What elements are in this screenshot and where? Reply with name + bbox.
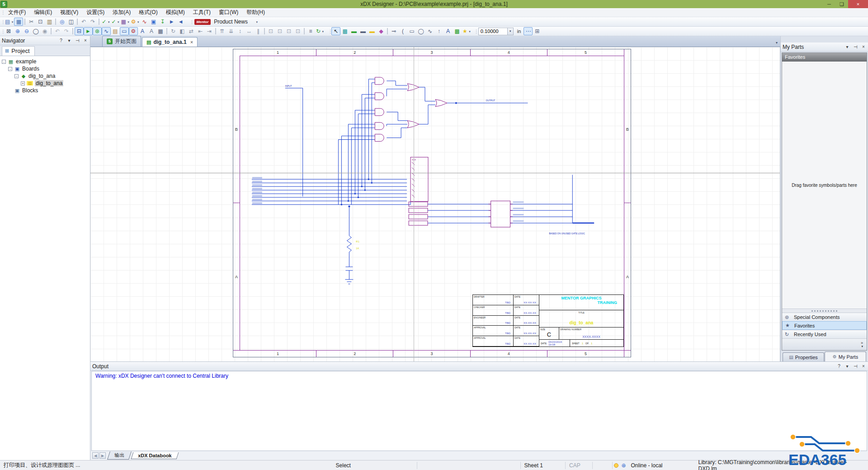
tab-close-icon[interactable]: × [190,39,193,45]
add-pin-icon[interactable]: ⊸ [389,27,398,35]
nudge-left-icon[interactable]: ⇤ [196,27,205,35]
pin-icon[interactable]: ⊤ [75,38,80,43]
paste-icon[interactable]: ▥ [45,18,54,26]
draw-ellipse-icon[interactable]: ◯ [416,27,425,35]
design-check-icon[interactable]: ✓ [101,18,110,26]
design-tools-icon[interactable]: ⚙ [130,18,140,26]
tree-item[interactable]: - ◆ dig_to_ana [0,72,90,80]
fit-view-icon[interactable]: ⊠ [4,27,13,35]
tab-xdx-databook[interactable]: xDX Databook [131,452,179,459]
special-symbol-icon[interactable]: ◆ [377,27,386,35]
import-icon[interactable]: ↧ [158,18,167,26]
chevron-down-icon[interactable]: ▾ [844,44,850,49]
help-icon[interactable]: ? [836,364,842,369]
menu-item[interactable]: 工具(T) [189,8,215,17]
tab-my-parts[interactable]: ⚙ My Parts [825,351,866,361]
tree-item[interactable]: - ▦ example [0,58,90,65]
browser-icon[interactable]: ⊛ [93,27,102,35]
zoom-window-icon[interactable]: ◯ [31,27,40,35]
chevron-down-icon[interactable]: ▾ [844,364,850,369]
redo-icon[interactable]: ↷ [88,18,97,26]
display-options-icon[interactable]: ⋯ [524,27,533,35]
align-top-icon[interactable]: ⇈ [217,27,226,35]
document-tab[interactable]: 5 开始页面 [102,36,141,47]
scroll-tabs-left-icon[interactable]: ◀ [92,452,99,459]
chevron-down-icon[interactable]: ▾ [66,38,72,43]
grid-settings-icon[interactable]: ⊞ [533,27,542,35]
tree-item[interactable]: ▣ Blocks [0,87,90,94]
output-log[interactable]: Warning: xDX Designer can't connect to C… [91,371,867,451]
product-news-dropdown[interactable] [250,18,259,26]
window-paste-icon[interactable]: ⊡ [275,27,284,35]
toolbox-icon[interactable]: ⚙ [129,27,138,35]
draw-rectangle-icon[interactable]: ▭ [407,27,416,35]
close-icon[interactable]: × [861,364,866,369]
document-tab[interactable]: ▤ dig_to_ana.1 × [142,37,198,47]
favorites-item[interactable]: ★ Favorites [782,321,867,330]
menu-item[interactable]: 添加(A) [108,8,135,17]
distribute-icon[interactable]: ↔ [245,27,254,35]
menu-item[interactable]: 编辑(E) [30,8,56,17]
close-icon[interactable]: × [861,44,866,49]
menu-item[interactable]: 视图(V) [56,8,82,17]
undo-icon[interactable]: ↶ [79,18,88,26]
draw-net-icon[interactable]: ▬ [349,27,359,35]
toolbar-grip[interactable]: ⋮ [190,19,193,24]
grid-spacing-combo[interactable]: ▾ [478,28,514,35]
tab-output-cn[interactable]: 输出 [107,451,132,460]
cascade-icon[interactable]: ⊡ [284,27,293,35]
align-bottom-icon[interactable]: ⇊ [226,27,236,35]
tab-properties[interactable]: ▤ Properties [783,352,824,361]
tree-expander[interactable]: - [14,74,19,78]
tree-expander[interactable]: - [2,60,6,64]
tile-icon[interactable]: ⊡ [293,27,302,35]
recently-used-item[interactable]: ↻ Recently Used [782,330,867,338]
favorites-drop-area[interactable]: Drag favorite symbols/parts here [782,62,867,309]
open-document-icon[interactable]: ▦ [14,18,23,26]
zoom-in-icon[interactable]: ⊕ [13,27,22,35]
find-binoculars-icon[interactable]: ◫ [66,18,75,26]
tree-item[interactable]: + ▤ dig_to_ana [0,80,90,87]
zoom-out-icon[interactable]: ⊖ [22,27,31,35]
draw-curve-icon[interactable]: ∿ [425,27,434,35]
rotate-icon[interactable]: ↻ [169,27,178,35]
nudge-right-icon[interactable]: ⇥ [205,27,214,35]
annotation-check-icon[interactable]: A [138,27,147,35]
new-document-icon[interactable]: ▤ [4,18,14,26]
menu-item[interactable]: 帮助(H) [242,8,269,17]
image-tool-icon[interactable]: ▩ [453,27,462,35]
simulate-signal-icon[interactable]: ∿ [140,18,149,26]
toolbar-grip[interactable]: ⋮ [474,29,477,34]
panel-splitter[interactable] [782,309,867,313]
search-icon[interactable]: ◎ [57,18,66,26]
send-back-icon[interactable]: ◄ [176,18,185,26]
help-icon[interactable]: ? [58,38,64,43]
menu-item[interactable]: 模拟(M) [162,8,189,17]
tree-expander[interactable]: + [21,81,25,85]
tab-project[interactable]: ⊞ Project [2,46,35,56]
more-sections-button[interactable]: » ▾ [782,338,867,350]
close-button[interactable]: × [848,0,868,8]
cut-icon[interactable]: ✂ [27,18,36,26]
tree-item[interactable]: - ▣ Boards [0,65,90,72]
rename-reference-icon[interactable]: ≡ [306,27,315,35]
vertex-icon[interactable]: ↑ [434,27,443,35]
menu-item[interactable]: 格式(O) [135,8,161,17]
start-page-icon[interactable]: ► [84,27,93,35]
product-news-button[interactable]: Product News [212,19,250,25]
generate-symbol-icon[interactable]: ★ [462,27,472,35]
pin-icon[interactable]: ⊤ [853,364,858,369]
close-icon[interactable]: × [83,38,88,43]
sync-icon[interactable]: ↻ [315,27,325,35]
toolbar-grip[interactable]: ⋮ [328,29,331,34]
send-forward-icon[interactable]: ► [167,18,176,26]
part-lister-icon[interactable]: ▦ [156,27,165,35]
pin-icon[interactable]: ⊤ [853,44,858,50]
tab-list-dropdown-icon[interactable]: ▾ [776,41,778,45]
mirror-icon[interactable]: ◧ [178,27,187,35]
packager-icon[interactable]: ▦ [120,18,130,26]
waveform-icon[interactable]: ∿ [102,27,111,35]
toolbar-grip[interactable]: ⋮ [1,29,4,34]
menu-item[interactable]: 文件(F) [4,8,30,17]
grid-spacing-dropdown[interactable]: ▾ [507,28,513,35]
